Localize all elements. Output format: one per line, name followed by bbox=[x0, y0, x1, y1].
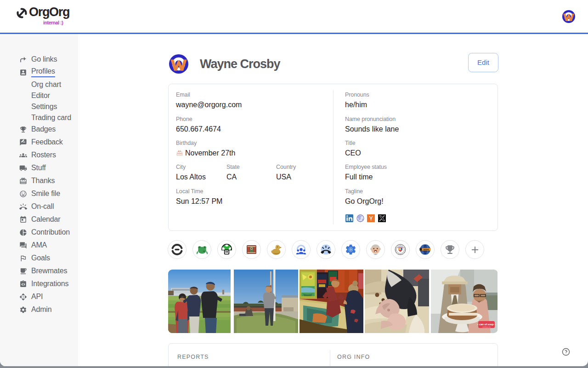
svg-text:~ can of soup ~: ~ can of soup ~ bbox=[477, 323, 496, 326]
svg-text:WWW: WWW bbox=[424, 248, 429, 251]
svg-text:canofsoup.com: canofsoup.com bbox=[482, 326, 491, 328]
